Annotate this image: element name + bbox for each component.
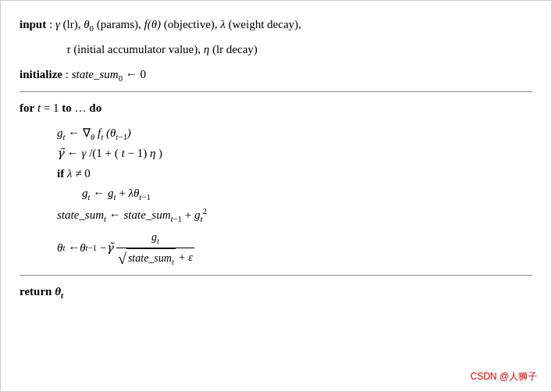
plus-epsilon: + [178, 251, 188, 263]
equals: = 1 [44, 102, 62, 114]
t-var2: t [122, 147, 125, 159]
step3: gt ← gt + λθt−1 [82, 184, 532, 204]
do-keyword: do [89, 102, 101, 114]
tau-label: (initial accumulator value), [73, 43, 204, 55]
minus2: − [97, 238, 106, 258]
lambda-val: λθ [128, 187, 139, 199]
to-keyword: to [62, 102, 72, 114]
input-label: input [20, 18, 46, 30]
theta-arg: (θ [106, 127, 116, 139]
t-var: t [37, 102, 41, 114]
close-paren: ) [127, 127, 131, 139]
algorithm-container: input : γ (lr), θ0 (params), f(θ) (objec… [0, 0, 552, 392]
gt-sub: t [63, 132, 66, 141]
theta-t: θ [57, 238, 62, 258]
epsilon: ε [188, 251, 193, 263]
arrow2: ← ∇ [68, 127, 91, 139]
theta-t1: θ [80, 238, 85, 258]
step1: gt ← ∇θ ft (θt−1) [57, 123, 532, 144]
if-keyword: if [57, 167, 64, 180]
gt-sub2: t [88, 192, 91, 201]
watermark: CSDN @人狮子 [470, 370, 537, 383]
eta-label: (lr decay) [212, 43, 258, 55]
state-sum0-sub: 0 [119, 73, 123, 83]
arrow3: ← [67, 147, 82, 159]
eta-param: η [204, 43, 209, 55]
lambda-if: λ [67, 167, 73, 180]
state-sum-sqrt-sub: t [172, 257, 174, 265]
theta-t-1b: t−1 [139, 192, 151, 201]
initialize-label: initialize [20, 68, 62, 80]
for-line: for t = 1 to … do [20, 98, 532, 119]
objective-label: (objective), [164, 18, 220, 30]
div-slash: /(1 + ( [89, 147, 119, 159]
gt-sub3: t [114, 192, 116, 201]
plus2: + [185, 208, 194, 221]
close-bracket: ) [158, 147, 162, 159]
arrow6: ← [65, 238, 80, 258]
frac-numerator: gt [116, 228, 194, 248]
initialize-section: initialize : state_sum0 ← 0 [20, 65, 532, 85]
state-sum0: state_sum [72, 68, 119, 80]
arrow4: ← [93, 187, 108, 199]
plus: + [119, 187, 128, 199]
input-colon: : [49, 18, 55, 30]
return-theta: θ [55, 285, 61, 298]
gamma-tilde2: γ̃ [106, 238, 113, 258]
init-colon: : [66, 68, 72, 80]
theta-t-1: t−1 [116, 132, 127, 141]
theta0-sub: 0 [90, 23, 94, 33]
gamma-param: γ [55, 18, 60, 30]
frac-denominator: √state_sumt + ε [116, 248, 194, 269]
gt-num-sub: t [157, 237, 159, 245]
weight-decay-label: (weight decay), [229, 18, 301, 30]
f-theta-paren: (θ) [148, 18, 161, 30]
minus1: − 1) [127, 147, 147, 159]
update-fraction: gt √state_sumt + ε [116, 228, 194, 269]
lambda-param: λ [220, 18, 226, 30]
if-line: if λ ≠ 0 [57, 164, 532, 184]
gamma-tilde: γ̃ [57, 147, 64, 159]
arrow1: ← 0 [126, 68, 146, 80]
return-section: return θt [20, 275, 532, 302]
theta0-param: θ [84, 18, 89, 30]
step5: θt ← θt−1 − γ̃ gt √state_sumt + ε [57, 228, 532, 269]
neq: ≠ 0 [75, 167, 90, 180]
return-keyword: return [20, 285, 52, 298]
tau-param: τ [66, 43, 70, 55]
sqrt-symbol: √ [118, 251, 126, 266]
nabla-theta: θ [91, 132, 94, 141]
top-divider [20, 91, 532, 92]
return-t-sub: t [61, 290, 63, 300]
state-sum-t: state_sum [57, 208, 104, 221]
state-sum-t1: state_sum [124, 208, 171, 221]
gt-var2: g [82, 187, 88, 199]
eta-val: η [150, 147, 155, 159]
arrow5: ← [109, 208, 124, 221]
sqrt-content: state_sumt [126, 248, 176, 269]
gt-num: g [151, 231, 157, 243]
theta-t1-sub: t−1 [86, 241, 98, 255]
state-sum-t-sub: t [104, 214, 106, 223]
state-sum-t1-sub: t−1 [171, 214, 183, 223]
lr-label: (lr), [63, 18, 84, 30]
dots: … [75, 102, 90, 114]
sqrt-wrapper: √state_sumt [118, 248, 176, 269]
input-section: input : γ (lr), θ0 (params), f(θ) (objec… [20, 15, 532, 35]
gt-var: g [57, 127, 63, 139]
step2: γ̃ ← γ /(1 + ( t − 1) η ) [57, 144, 532, 164]
state-sum-sqrt: state_sum [128, 252, 172, 264]
step4: state_sumt ← state_sumt−1 + gt2 [57, 204, 532, 226]
for-keyword: for [20, 102, 34, 114]
gt-sq-sup: 2 [202, 206, 206, 216]
ft-sub: t [101, 132, 103, 141]
gamma-val: γ [81, 147, 86, 159]
gt-val: g [108, 187, 114, 199]
input-line2: τ (initial accumulator value), η (lr dec… [20, 40, 532, 60]
params-label: (params), [97, 18, 144, 30]
